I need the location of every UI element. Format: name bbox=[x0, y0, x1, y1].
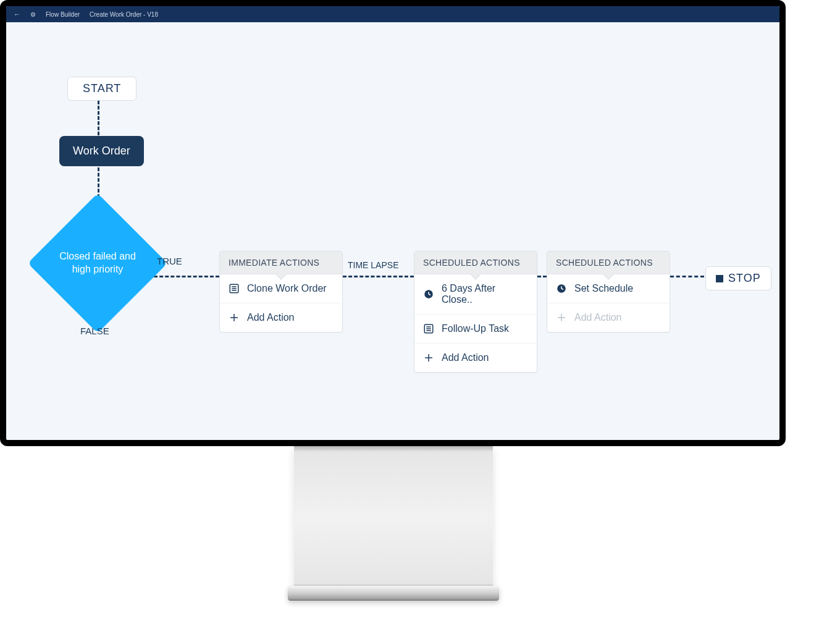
card-immediate-actions[interactable]: IMMEDIATE ACTIONS Clone Work Order Add A… bbox=[219, 251, 343, 332]
decision-node[interactable]: Closed failed and high priority bbox=[48, 214, 147, 313]
list-icon bbox=[423, 323, 434, 334]
clock-icon bbox=[423, 289, 434, 300]
edge-timelapse-label: TIME LAPSE bbox=[348, 260, 398, 270]
record-node-work-order[interactable]: Work Order bbox=[59, 136, 144, 166]
monitor-stand bbox=[294, 446, 493, 590]
connector-scheduled2-to-stop bbox=[670, 276, 704, 277]
add-action-immediate[interactable]: Add Action bbox=[220, 303, 342, 332]
action-label: Add Action bbox=[247, 312, 295, 323]
action-label: Add Action bbox=[442, 352, 489, 363]
action-follow-up-task[interactable]: Follow-Up Task bbox=[414, 315, 537, 344]
flow-name: Create Work Order - V18 bbox=[90, 11, 158, 18]
top-bar: ← ⚙ Flow Builder Create Work Order - V18 bbox=[6, 6, 779, 22]
action-label: Set Schedule bbox=[574, 283, 633, 294]
flow-builder-icon: ⚙ bbox=[30, 11, 36, 18]
action-label: 6 Days After Close.. bbox=[442, 283, 528, 305]
add-action-scheduled1[interactable]: Add Action bbox=[414, 344, 537, 372]
add-action-scheduled2: Add Action bbox=[547, 303, 670, 332]
card-header-scheduled1: SCHEDULED ACTIONS bbox=[414, 251, 537, 274]
edge-true-label: TRUE bbox=[157, 256, 182, 266]
plus-icon bbox=[556, 312, 567, 323]
list-icon bbox=[229, 283, 240, 294]
action-label: Clone Work Order bbox=[247, 283, 327, 294]
stop-icon bbox=[716, 275, 723, 282]
action-label: Follow-Up Task bbox=[442, 323, 509, 334]
connector-start-to-record bbox=[98, 101, 99, 135]
connector-decision-to-immediate bbox=[148, 276, 219, 277]
connector-scheduled1-to-scheduled2 bbox=[537, 276, 547, 277]
start-label: START bbox=[83, 82, 121, 95]
monitor-screen: ← ⚙ Flow Builder Create Work Order - V18… bbox=[0, 0, 786, 446]
stop-label: STOP bbox=[728, 272, 761, 285]
decision-label: Closed failed and high priority bbox=[59, 250, 136, 276]
card-header-immediate: IMMEDIATE ACTIONS bbox=[220, 251, 342, 274]
card-scheduled-actions-1[interactable]: SCHEDULED ACTIONS 6 Days After Close.. F… bbox=[414, 251, 537, 373]
connector-immediate-to-scheduled1 bbox=[343, 276, 414, 277]
plus-icon bbox=[423, 352, 434, 363]
schedule-6-days-after[interactable]: 6 Days After Close.. bbox=[414, 274, 537, 315]
card-scheduled-actions-2[interactable]: SCHEDULED ACTIONS Set Schedule Add Actio… bbox=[547, 251, 670, 332]
monitor-base bbox=[288, 586, 499, 601]
back-arrow-icon[interactable]: ← bbox=[14, 11, 20, 18]
edge-false-label: FALSE bbox=[80, 326, 109, 336]
clock-icon bbox=[556, 283, 567, 294]
action-label: Add Action bbox=[574, 312, 622, 323]
plus-icon bbox=[229, 312, 240, 323]
stop-node[interactable]: STOP bbox=[705, 266, 771, 290]
app-name: Flow Builder bbox=[46, 11, 80, 18]
record-label: Work Order bbox=[73, 145, 130, 157]
card-header-scheduled2: SCHEDULED ACTIONS bbox=[547, 251, 670, 274]
flow-canvas[interactable]: START Work Order Closed failed and high … bbox=[6, 22, 779, 440]
start-node[interactable]: START bbox=[67, 77, 136, 101]
